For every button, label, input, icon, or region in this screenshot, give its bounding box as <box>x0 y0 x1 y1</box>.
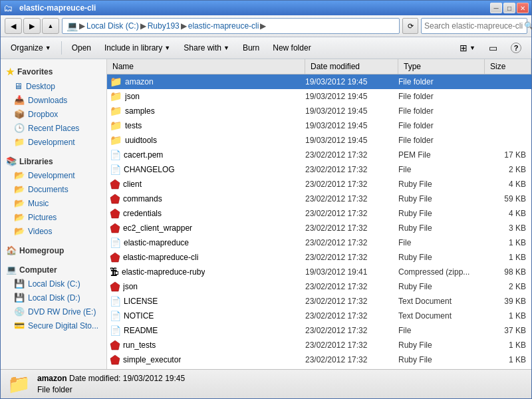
favorites-header: ★ Favorites <box>1 65 106 79</box>
organize-button[interactable]: Organize ▼ <box>5 39 57 57</box>
sidebar-item-dev-lib[interactable]: 📂 Development <box>1 168 106 182</box>
file-type: File <box>398 238 485 247</box>
ruby-icon <box>110 208 120 219</box>
share-with-button[interactable]: Share with ▼ <box>178 39 235 57</box>
sidebar-item-documents[interactable]: 📂 Documents <box>1 182 106 196</box>
file-date: 23/02/2012 17:32 <box>305 209 398 218</box>
table-row[interactable]: 🗜 elastic-mapreduce-ruby 19/03/2012 19:4… <box>107 265 531 279</box>
file-name: json <box>123 282 138 291</box>
file-name: uuidtools <box>125 136 157 145</box>
table-row[interactable]: 📁 samples 19/03/2012 19:45 File folder <box>107 104 531 118</box>
table-row[interactable]: 📄 LICENSE 23/02/2012 17:32 Text Document… <box>107 294 531 309</box>
maximize-button[interactable]: □ <box>503 3 515 13</box>
forward-button[interactable]: ▶ <box>23 18 41 34</box>
svg-marker-8 <box>110 253 120 262</box>
file-name-cell: 📁 uuidtools <box>107 134 305 146</box>
file-name-cell: simple_executor <box>107 354 305 365</box>
col-header-type[interactable]: Type <box>398 59 485 74</box>
views-button[interactable]: ⊞ ▼ <box>454 39 481 57</box>
sidebar-item-d-drive[interactable]: 💾 Local Disk (D:) <box>1 291 106 305</box>
table-row[interactable]: 📄 NOTICE 23/02/2012 17:32 Text Document … <box>107 309 531 323</box>
close-button[interactable]: ✕ <box>517 3 529 13</box>
col-header-date[interactable]: Date modified <box>305 59 398 74</box>
sidebar-item-sd[interactable]: 💳 Secure Digital Sto... <box>1 319 106 332</box>
star-icon: ★ <box>6 66 15 77</box>
table-row[interactable]: 📁 json 19/03/2012 19:45 File folder <box>107 89 531 104</box>
file-name: samples <box>125 106 155 116</box>
table-row[interactable]: 📄 cacert.pem 23/02/2012 17:32 PEM File 1… <box>107 148 531 162</box>
sidebar-item-desktop[interactable]: 🖥 Desktop <box>1 79 106 93</box>
minimize-button[interactable]: ─ <box>490 3 502 13</box>
explorer-window: 🗂 elastic-mapreuce-cli ─ □ ✕ ◀ ▶ ▲ 💻 ▶ L… <box>0 0 532 399</box>
back-button[interactable]: ◀ <box>5 18 22 34</box>
table-row[interactable]: credentials 23/02/2012 17:32 Ruby File 4… <box>107 206 531 221</box>
table-row[interactable]: simple_executor 23/02/2012 17:32 Ruby Fi… <box>107 352 531 367</box>
sidebar-item-pictures[interactable]: 📂 Pictures <box>1 210 106 224</box>
refresh-button[interactable]: ⟳ <box>402 18 418 34</box>
sidebar-item-c-drive[interactable]: 💾 Local Disk (C:) <box>1 277 106 291</box>
sidebar-item-music[interactable]: 📂 Music <box>1 196 106 210</box>
search-box[interactable]: 🔍 <box>421 18 527 34</box>
homegroup-header: 🏠 Homegroup <box>1 243 106 257</box>
table-row[interactable]: 📁 amazon 19/03/2012 19:45 File folder <box>107 74 531 89</box>
dropbox-icon: 📦 <box>14 109 25 119</box>
table-row[interactable]: client 23/02/2012 17:32 Ruby File 4 KB <box>107 177 531 192</box>
table-row[interactable]: 📄 CHANGELOG 23/02/2012 17:32 File 2 KB <box>107 162 531 177</box>
table-row[interactable]: 📄 elastic-mapreduce 23/02/2012 17:32 Fil… <box>107 235 531 250</box>
path-sep-2: ▶ <box>181 21 187 31</box>
sidebar-item-downloads[interactable]: 📥 Downloads <box>1 93 106 107</box>
file-name: CHANGELOG <box>124 165 175 174</box>
sidebar-item-videos[interactable]: 📂 Videos <box>1 224 106 238</box>
downloads-icon: 📥 <box>14 95 25 105</box>
table-row[interactable]: commands 23/02/2012 17:32 Ruby File 59 K… <box>107 192 531 206</box>
table-row[interactable]: 📄 README 23/02/2012 17:32 File 37 KB <box>107 323 531 338</box>
sidebar-item-dvd[interactable]: 💿 DVD RW Drive (E:) <box>1 305 106 319</box>
file-size: 4 KB <box>485 209 531 218</box>
sidebar-item-dropbox[interactable]: 📦 Dropbox <box>1 107 106 121</box>
up-button[interactable]: ▲ <box>42 18 59 34</box>
documents-icon: 📂 <box>14 184 25 194</box>
table-row[interactable]: 📁 uuidtools 19/03/2012 19:45 File folder <box>107 133 531 148</box>
sidebar-item-development-fav[interactable]: 📁 Development <box>1 135 106 149</box>
search-input[interactable] <box>424 21 524 31</box>
pane-button[interactable]: ▭ <box>483 39 503 57</box>
file-name-cell: 🗜 elastic-mapreduce-ruby <box>107 267 305 277</box>
burn-button[interactable]: Burn <box>237 39 265 57</box>
table-row[interactable]: run_tests 23/02/2012 17:32 Ruby File 1 K… <box>107 338 531 352</box>
table-row[interactable]: 📁 tests 19/03/2012 19:45 File folder <box>107 118 531 133</box>
col-header-name[interactable]: Name <box>107 59 305 74</box>
help-button[interactable]: ? <box>505 39 527 57</box>
file-type: File folder <box>398 106 485 116</box>
file-list[interactable]: 📁 amazon 19/03/2012 19:45 File folder 📁 … <box>107 74 531 369</box>
table-row[interactable]: json 23/02/2012 17:32 Ruby File 2 KB <box>107 279 531 294</box>
include-in-library-button[interactable]: Include in library ▼ <box>98 39 176 57</box>
search-icon: 🔍 <box>524 21 532 31</box>
videos-icon: 📂 <box>14 226 25 236</box>
table-row[interactable]: ec2_client_wrapper 23/02/2012 17:32 Ruby… <box>107 221 531 235</box>
sidebar-item-recent[interactable]: 🕒 Recent Places <box>1 121 106 135</box>
file-date: 23/02/2012 17:32 <box>305 165 398 174</box>
table-row[interactable]: elastic-mapreduce-cli 23/02/2012 17:32 R… <box>107 250 531 265</box>
computer-icon: 💻 <box>6 265 17 275</box>
libraries-icon: 📚 <box>6 156 17 166</box>
file-name-cell: 📄 elastic-mapreduce <box>107 237 305 248</box>
file-type: File folder <box>398 92 485 101</box>
column-headers: Name Date modified Type Size <box>107 59 531 74</box>
folder-icon: 📁 <box>110 90 122 102</box>
new-folder-button[interactable]: New folder <box>267 39 317 57</box>
file-type: Text Document <box>398 311 485 321</box>
path-segment-2[interactable]: elastic-mapreuce-cli <box>188 21 259 31</box>
file-name: credentials <box>123 209 162 218</box>
ruby-icon <box>110 223 120 233</box>
favorites-section: ★ Favorites 🖥 Desktop 📥 Downloads 📦 Drop… <box>1 65 106 149</box>
ruby-icon <box>110 252 120 263</box>
open-button[interactable]: Open <box>66 39 97 57</box>
path-segment-1[interactable]: Ruby193 <box>148 21 180 31</box>
file-name-cell: 📄 cacert.pem <box>107 150 305 160</box>
ruby-icon <box>110 194 120 204</box>
col-header-size[interactable]: Size <box>485 59 531 74</box>
file-icon: 📄 <box>110 325 121 336</box>
address-path[interactable]: 💻 ▶ Local Disk (C:) ▶ Ruby193 ▶ elastic-… <box>62 18 400 34</box>
status-detail: Date modified: 19/03/2012 19:45 <box>69 374 185 383</box>
path-segment-0[interactable]: Local Disk (C:) <box>86 21 139 31</box>
